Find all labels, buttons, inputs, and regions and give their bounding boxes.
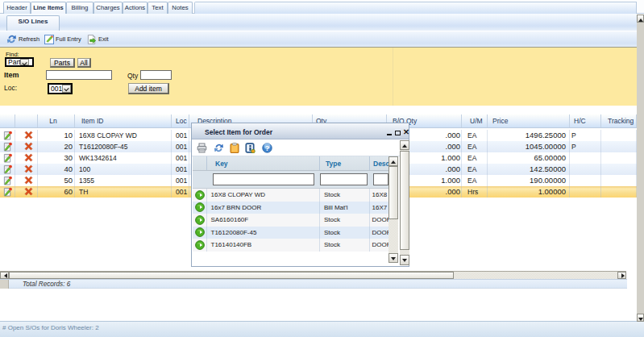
- svg-text:?: ?: [265, 144, 270, 152]
